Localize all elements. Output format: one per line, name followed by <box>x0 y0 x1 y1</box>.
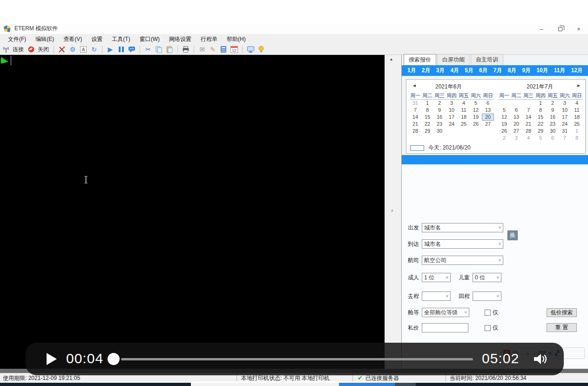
calendar-day[interactable]: 30 <box>547 128 559 135</box>
seek-track[interactable] <box>121 358 473 360</box>
calendar-day[interactable]: 13 <box>482 107 494 114</box>
month-4[interactable]: 4月 <box>450 67 459 74</box>
calendar-day[interactable]: 7 <box>522 107 534 114</box>
private-fare-input[interactable] <box>422 323 468 332</box>
calendar-day[interactable]: 3 <box>446 100 458 107</box>
tab-搜索报价[interactable]: 搜索报价 <box>404 54 436 66</box>
reset-button[interactable]: 重 置 <box>547 323 577 332</box>
calendar-day[interactable]: 28 <box>409 128 421 135</box>
calendar-day[interactable]: 6 <box>510 107 522 114</box>
volume-icon[interactable] <box>533 352 549 368</box>
calendar-day[interactable]: 11 <box>458 107 470 114</box>
month-5[interactable]: 5月 <box>465 67 473 74</box>
calendar-day[interactable]: 15 <box>421 114 433 121</box>
calendar-day[interactable]: 17 <box>446 114 458 121</box>
calendar-day[interactable]: 19 <box>470 114 482 121</box>
scroll-up-icon[interactable]: ▲ <box>389 57 393 61</box>
calendar-day[interactable]: 1 <box>534 100 547 107</box>
calendar-day[interactable]: 20 <box>510 121 522 128</box>
calendar-day[interactable]: 6 <box>482 100 494 107</box>
pause-icon[interactable] <box>117 45 125 54</box>
menu-item-7[interactable]: 行程单 <box>196 34 222 44</box>
month-8[interactable]: 8月 <box>508 67 517 74</box>
depart-select[interactable]: 城市名˅ <box>422 223 503 232</box>
close-button[interactable]: × <box>569 23 588 34</box>
calendar-day[interactable]: 8 <box>534 107 547 114</box>
monitor-icon[interactable] <box>246 45 255 54</box>
menu-item-3[interactable]: 设置 <box>87 34 107 44</box>
month-12[interactable]: 12月 <box>571 67 582 74</box>
calendar-day[interactable]: 9 <box>547 107 559 114</box>
calculator-icon[interactable] <box>219 45 228 54</box>
connect-label[interactable]: 连接 <box>13 46 24 54</box>
cabin-select[interactable]: 全部舱位等级˅ <box>422 308 469 317</box>
calendar-day[interactable]: 31 <box>559 128 571 135</box>
calendar-day[interactable]: 5 <box>498 107 510 114</box>
month-11[interactable]: 11月 <box>554 67 566 74</box>
antenna-icon[interactable] <box>2 45 10 54</box>
calendar-day[interactable]: 29 <box>421 128 433 135</box>
calendar-day[interactable]: 5 <box>470 100 482 107</box>
airline-select[interactable]: 航空公司˅ <box>422 256 503 265</box>
copy-icon[interactable] <box>155 45 163 54</box>
stop-icon[interactable] <box>27 45 35 54</box>
menu-item-4[interactable]: 工具(T) <box>108 34 134 44</box>
swap-button[interactable]: 换 <box>507 230 518 240</box>
refresh-icon[interactable]: ↻ <box>90 45 98 54</box>
calendar-day[interactable]: 26 <box>470 121 482 128</box>
calendar-day[interactable]: 22 <box>534 121 547 128</box>
calendar-day[interactable]: 11 <box>571 107 583 114</box>
menu-item-5[interactable]: 窗口(W) <box>135 34 164 44</box>
calendar-day[interactable]: 28 <box>522 128 534 135</box>
gear-icon[interactable]: ⚙ <box>68 45 77 54</box>
month-2[interactable]: 2月 <box>422 67 431 74</box>
month-9[interactable]: 9月 <box>522 67 531 74</box>
calendar-day[interactable]: 16 <box>547 114 559 121</box>
seek-handle[interactable] <box>108 353 120 365</box>
calendar-day[interactable]: 3 <box>559 100 571 107</box>
calendar-day[interactable]: 13 <box>510 114 522 121</box>
child-select[interactable]: 0 位˅ <box>473 273 501 282</box>
calendar-day[interactable]: 9 <box>433 107 446 114</box>
note-icon[interactable]: ✎ <box>209 45 217 54</box>
calendar-prev-icon[interactable]: ◄ <box>412 83 417 88</box>
tab-白屏功能[interactable]: 白屏功能 <box>437 54 470 65</box>
calendar-day[interactable]: 21 <box>522 121 534 128</box>
calendar-day[interactable]: 7 <box>409 107 421 114</box>
calendar-day[interactable]: 2 <box>547 100 559 107</box>
month-6[interactable]: 6月 <box>479 67 488 74</box>
calendar-day[interactable]: 5 <box>534 135 547 142</box>
calendar-day[interactable]: 15 <box>534 114 547 121</box>
calendar-day[interactable]: 8 <box>571 135 583 142</box>
calendar-day[interactable]: 16 <box>433 114 446 121</box>
disconnect-label[interactable]: 关闭 <box>38 46 49 54</box>
tools-icon[interactable] <box>58 45 66 54</box>
calendar-day[interactable]: 26 <box>498 128 510 135</box>
chat-icon[interactable] <box>128 45 136 54</box>
arrive-select[interactable]: 城市名˅ <box>422 239 503 249</box>
fare-only-checkbox[interactable] <box>485 325 491 331</box>
calendar-day[interactable]: 21 <box>409 121 421 128</box>
calendar-day[interactable]: 10 <box>446 107 458 114</box>
calendar-day[interactable]: 7 <box>559 135 571 142</box>
calendar-day[interactable]: 25 <box>458 121 470 128</box>
calendar-day[interactable]: 23 <box>547 121 559 128</box>
inbound-select[interactable]: ˅ <box>473 291 501 301</box>
calendar-day[interactable]: 22 <box>421 121 433 128</box>
bulb-icon[interactable] <box>257 45 265 54</box>
calendar-day[interactable]: 27 <box>510 128 522 135</box>
menu-item-1[interactable]: 编辑(E) <box>31 34 58 44</box>
calendar-day[interactable]: 30 <box>433 128 446 135</box>
play-icon[interactable]: ▶ <box>106 45 115 54</box>
calendar-day[interactable]: 17 <box>559 114 571 121</box>
calendar-day[interactable]: 8 <box>421 107 433 114</box>
play-button[interactable] <box>47 353 57 365</box>
calendar-day[interactable]: 18 <box>571 114 583 121</box>
today-label[interactable]: 今天: 2021/06/20 <box>428 144 471 152</box>
calendar-day[interactable]: 18 <box>458 114 470 121</box>
cut-icon[interactable]: ✂ <box>144 45 152 54</box>
calendar-day[interactable]: 24 <box>446 121 458 128</box>
menu-item-8[interactable]: 帮助(H) <box>223 34 250 44</box>
cabin-only-checkbox[interactable] <box>485 310 491 316</box>
restore-button[interactable] <box>551 23 569 34</box>
